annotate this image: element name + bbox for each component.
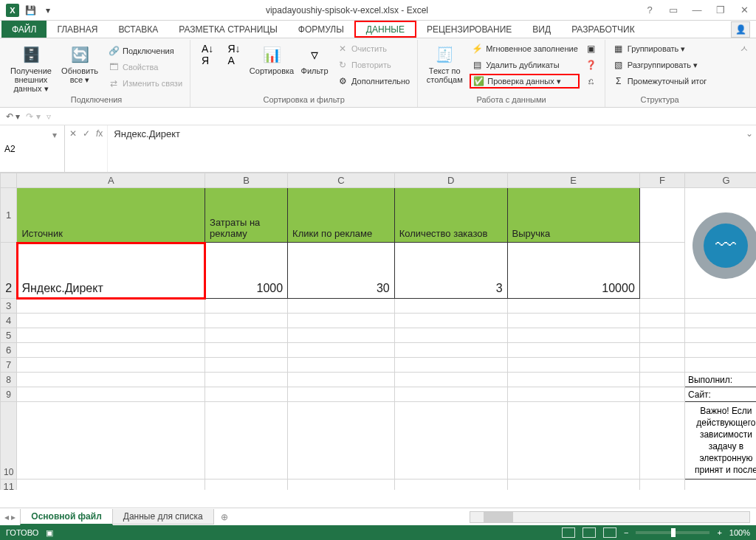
minimize-button[interactable]: — bbox=[685, 0, 709, 21]
cell-reference-input[interactable] bbox=[0, 125, 47, 172]
ungroup-button[interactable]: ▧Разгруппировать ▾ bbox=[611, 58, 709, 72]
col-A[interactable]: A bbox=[17, 173, 205, 188]
sheet-nav-arrows[interactable]: ◂ ▸ bbox=[0, 512, 20, 522]
row-8[interactable]: 8Выполнил: bbox=[1, 373, 757, 387]
column-headers[interactable]: A B C D E F G bbox=[1, 173, 757, 188]
tab-developer[interactable]: РАЗРАБОТЧИК bbox=[561, 21, 645, 38]
view-pagelayout-button[interactable] bbox=[583, 527, 596, 538]
enter-icon[interactable]: ✓ bbox=[83, 128, 90, 139]
data-validation-button[interactable]: ✅Проверка данных ▾ bbox=[470, 74, 580, 89]
formula-input[interactable]: Яндекс.Директ bbox=[108, 125, 743, 172]
expand-formula-bar-icon[interactable]: ⌄ bbox=[743, 125, 756, 172]
cell-A2[interactable]: Яндекс.Директ bbox=[17, 243, 205, 299]
cell-F1[interactable] bbox=[639, 188, 684, 243]
tab-file[interactable]: ФАЙЛ bbox=[1, 21, 47, 38]
row-9[interactable]: 9Сайт: bbox=[1, 387, 757, 402]
col-C[interactable]: C bbox=[288, 173, 395, 188]
tab-home[interactable]: ГЛАВНАЯ bbox=[47, 21, 108, 38]
rowhead-4[interactable]: 4 bbox=[1, 314, 17, 328]
tab-insert[interactable]: ВСТАВКА bbox=[108, 21, 168, 38]
rowhead-9[interactable]: 9 bbox=[1, 387, 17, 402]
cell-G10[interactable]: Важно! Если действующего зависимости зад… bbox=[684, 402, 756, 480]
properties-button[interactable]: 🗔Свойства bbox=[106, 60, 184, 75]
col-F[interactable]: F bbox=[639, 173, 684, 188]
ribbon-options-icon[interactable]: ▭ bbox=[662, 0, 685, 21]
cell-C2[interactable]: 30 bbox=[288, 243, 395, 299]
collapse-ribbon-icon[interactable]: ㅅ bbox=[735, 40, 753, 107]
undo-button[interactable]: ↶ ▾ bbox=[6, 111, 20, 122]
new-sheet-button[interactable]: ⊕ bbox=[213, 512, 236, 522]
rowhead-10[interactable]: 10 bbox=[1, 402, 17, 480]
qat-dropdown-icon[interactable]: ▾ bbox=[40, 2, 56, 18]
rowhead-11[interactable]: 11 bbox=[1, 480, 17, 491]
row-4[interactable]: 4 bbox=[1, 314, 757, 328]
view-pagebreak-button[interactable] bbox=[603, 527, 616, 538]
row-3[interactable]: 3 bbox=[1, 299, 757, 314]
flash-fill-button[interactable]: ⚡Мгновенное заполнение bbox=[470, 41, 580, 56]
cell-A1[interactable]: Источник bbox=[17, 188, 205, 243]
zoom-in-button[interactable]: + bbox=[717, 528, 721, 537]
restore-button[interactable]: ❐ bbox=[709, 0, 732, 21]
cancel-icon[interactable]: ✕ bbox=[69, 128, 77, 139]
row-2[interactable]: 2 Яндекс.Директ 1000 30 3 10000 bbox=[1, 243, 757, 299]
sheet-tab-list-data[interactable]: Данные для списка bbox=[112, 509, 214, 525]
text-to-columns-button[interactable]: 🧾 Текст по столбцам bbox=[424, 41, 465, 89]
rowhead-3[interactable]: 3 bbox=[1, 299, 17, 314]
cell-B1[interactable]: Затраты на рекламу bbox=[205, 188, 288, 243]
col-D[interactable]: D bbox=[394, 173, 507, 188]
view-normal-button[interactable] bbox=[562, 527, 575, 538]
rowhead-7[interactable]: 7 bbox=[1, 358, 17, 373]
row-10[interactable]: 10Важно! Если действующего зависимости з… bbox=[1, 402, 757, 480]
cell-E1[interactable]: Выручка bbox=[507, 188, 639, 243]
sort-desc-button[interactable]: Я↓A bbox=[223, 41, 245, 89]
save-icon[interactable]: 💾 bbox=[22, 2, 38, 18]
rowhead-6[interactable]: 6 bbox=[1, 343, 17, 358]
select-all-cell[interactable] bbox=[1, 173, 17, 188]
rowhead-2[interactable]: 2 bbox=[1, 243, 17, 299]
qat-customize-icon[interactable]: ▿ bbox=[47, 111, 51, 122]
help-icon[interactable]: ? bbox=[638, 0, 662, 21]
relationships-button[interactable]: ⎌ bbox=[584, 74, 599, 89]
zoom-slider[interactable] bbox=[636, 531, 709, 534]
zoom-level[interactable]: 100% bbox=[729, 528, 750, 537]
connections-button[interactable]: 🔗Подключения bbox=[106, 44, 184, 58]
edit-links-button[interactable]: ⇄Изменить связи bbox=[106, 76, 184, 91]
row-11[interactable]: 11 bbox=[1, 480, 757, 491]
sort-asc-button[interactable]: A↓Я bbox=[196, 41, 219, 89]
remove-duplicates-button[interactable]: ▤Удалить дубликаты bbox=[470, 58, 580, 72]
clear-button[interactable]: ✕Очистить bbox=[335, 41, 411, 56]
cell-C1[interactable]: Клики по рекламе bbox=[288, 188, 395, 243]
tab-review[interactable]: РЕЦЕНЗИРОВАНИЕ bbox=[416, 21, 522, 38]
tab-formulas[interactable]: ФОРМУЛЫ bbox=[288, 21, 354, 38]
tab-page-layout[interactable]: РАЗМЕТКА СТРАНИЦЫ bbox=[168, 21, 288, 38]
cell-B2[interactable]: 1000 bbox=[205, 243, 288, 299]
fx-icon[interactable]: fx bbox=[96, 128, 103, 139]
row-7[interactable]: 7 bbox=[1, 358, 757, 373]
group-button[interactable]: ▦Группировать ▾ bbox=[611, 41, 709, 56]
rowhead-8[interactable]: 8 bbox=[1, 373, 17, 387]
horizontal-scrollbar[interactable] bbox=[470, 511, 750, 523]
sheet-tab-main[interactable]: Основной файл bbox=[20, 509, 112, 525]
macro-record-icon[interactable]: ▣ bbox=[46, 528, 53, 538]
name-box-dropdown-icon[interactable]: ▾ bbox=[47, 125, 62, 172]
row-6[interactable]: 6 bbox=[1, 343, 757, 358]
rowhead-5[interactable]: 5 bbox=[1, 328, 17, 343]
name-box[interactable]: ▾ bbox=[0, 125, 65, 172]
filter-button[interactable]: ▿ Фильтр bbox=[298, 41, 331, 89]
tab-view[interactable]: ВИД bbox=[522, 21, 561, 38]
whatif-button[interactable]: ❓ bbox=[584, 58, 599, 72]
tab-data[interactable]: ДАННЫЕ bbox=[354, 21, 416, 38]
zoom-out-button[interactable]: − bbox=[624, 528, 628, 537]
close-button[interactable]: ✕ bbox=[732, 0, 756, 21]
cell-E2[interactable]: 10000 bbox=[507, 243, 639, 299]
consolidate-button[interactable]: ▣ bbox=[584, 41, 599, 56]
row-5[interactable]: 5 bbox=[1, 328, 757, 343]
user-icon[interactable]: 👤 bbox=[731, 21, 750, 38]
sort-button[interactable]: 📊 Сортировка bbox=[250, 41, 294, 89]
refresh-all-button[interactable]: 🔄 Обновить все ▾ bbox=[58, 41, 102, 93]
col-G[interactable]: G bbox=[684, 173, 756, 188]
subtotal-button[interactable]: ΣПромежуточный итог bbox=[611, 74, 709, 89]
cell-D2[interactable]: 3 bbox=[394, 243, 507, 299]
cell-G8[interactable]: Выполнил: bbox=[684, 373, 756, 387]
cell-D1[interactable]: Количество заказов bbox=[394, 188, 507, 243]
